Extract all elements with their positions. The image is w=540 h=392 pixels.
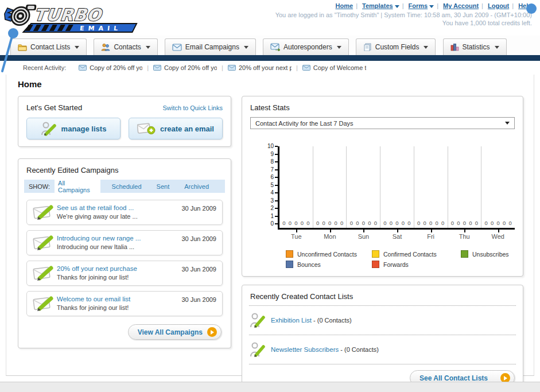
- filter-archived[interactable]: Archived: [181, 182, 212, 191]
- separator: |: [296, 64, 298, 71]
- legend-swatch: [372, 261, 379, 268]
- contact-list-row[interactable]: Exhibition List - (0 Contacts): [250, 311, 515, 330]
- tab-label: Autoresponders: [283, 43, 332, 51]
- top-nav: Home| Templates| Forms| My Account| Logo…: [275, 2, 532, 9]
- help-annotation-dot: [526, 3, 537, 14]
- switch-quick-links[interactable]: Switch to Quick Links: [162, 104, 223, 111]
- forms-dropdown-caret-icon[interactable]: [429, 5, 434, 8]
- tab-statistics[interactable]: Statistics: [443, 38, 507, 55]
- envelope-icon: [172, 44, 182, 51]
- person-pencil-icon: [250, 312, 265, 328]
- filter-all-campaigns[interactable]: All Campaigns: [55, 178, 100, 195]
- envelope-pencil-icon: [33, 294, 57, 313]
- recent-activity-item[interactable]: Copy of 20% off yo: [153, 64, 217, 71]
- contact-list-name-link[interactable]: Exhibition List: [271, 317, 312, 324]
- folder-icon: [18, 43, 27, 51]
- nav-separator: |: [437, 2, 438, 9]
- campaign-title-link[interactable]: Introducing our new range ...: [57, 234, 181, 243]
- create-email-button[interactable]: create an email: [129, 118, 223, 139]
- stats-report-dropdown[interactable]: Contact Activity for the Last 7 Days: [250, 117, 515, 129]
- left-column: Let's Get Started Switch to Quick Links …: [18, 96, 231, 348]
- tab-email-campaigns[interactable]: Email Campaigns: [165, 38, 256, 55]
- logo-text-email: EMAIL: [80, 25, 122, 32]
- nav-my-account-link[interactable]: My Account: [443, 2, 479, 9]
- tab-contact-lists[interactable]: Contact Lists: [10, 38, 87, 55]
- chart-day-group: 00000: [380, 146, 414, 228]
- nav-separator: |: [402, 2, 404, 9]
- chart-x-label: Sat: [380, 230, 414, 240]
- legend-item: Forwards: [372, 261, 461, 268]
- show-label: SHOW:: [29, 183, 50, 190]
- main-nav-tabbar: Contact Lists Contacts Email Campaigns: [0, 36, 540, 55]
- tab-autoresponders[interactable]: Autoresponders: [263, 38, 349, 55]
- campaign-row[interactable]: Introducing our new range ... Introducin…: [26, 230, 223, 255]
- legend-swatch: [461, 250, 468, 258]
- dotted-divider: [249, 335, 516, 335]
- main-content: Home Let's Get Started Switch to Quick L…: [6, 75, 534, 376]
- chart-day-group: 00000: [448, 146, 482, 228]
- separator: |: [147, 64, 149, 71]
- campaign-title-link[interactable]: 20% off your next purchase: [57, 265, 181, 273]
- login-info-text: You are logged in as "Timothy Smith" | S…: [275, 11, 532, 18]
- dotted-divider: [249, 305, 516, 306]
- campaign-row[interactable]: Welcome to our email list Thanks for joi…: [26, 291, 223, 316]
- envelope-icon: [79, 65, 87, 71]
- chart-x-label: Mon: [313, 230, 347, 240]
- legend-item: Bounces: [286, 261, 372, 268]
- contact-list-row[interactable]: Newsletter Subscribers - (0 Contacts): [250, 340, 515, 359]
- view-all-campaigns-button[interactable]: View All Campaigns: [128, 324, 222, 340]
- tab-custom-fields[interactable]: Custom Fields: [356, 38, 436, 55]
- envelope-icon: [153, 65, 161, 71]
- dotted-divider: [249, 364, 516, 364]
- campaign-date: 30 Jun 2009: [181, 296, 216, 303]
- turbo-email-app: TURBO EMAIL Home|: [0, 0, 540, 392]
- recent-activity-item[interactable]: 20% off your next p: [228, 64, 292, 71]
- logo-graphic: TURBO EMAIL: [3, 2, 141, 33]
- tab-label: Custom Fields: [375, 43, 419, 51]
- contact-list-name-link[interactable]: Newsletter Subscribers: [271, 346, 339, 353]
- campaign-row[interactable]: 20% off your next purchase Thanks for jo…: [26, 261, 223, 286]
- campaign-date: 30 Jun 2009: [181, 266, 216, 273]
- chart-x-label: Wed: [481, 230, 515, 240]
- legend-item: Unsubscribes: [461, 250, 515, 258]
- contact-list-count: - (0 Contacts): [339, 346, 379, 353]
- legend-swatch: [372, 250, 379, 258]
- campaign-row[interactable]: See us at the retail food ... We're givi…: [26, 200, 223, 225]
- envelope-pencil-icon: [33, 234, 57, 252]
- envelope-arrow-icon: [270, 43, 280, 51]
- templates-dropdown-caret-icon[interactable]: [395, 5, 399, 8]
- chevron-down-icon: [495, 46, 499, 49]
- nav-logout-link[interactable]: Logout: [488, 2, 509, 9]
- person-pencil-icon: [250, 341, 265, 358]
- filter-scheduled[interactable]: Scheduled: [108, 182, 145, 191]
- campaign-title-link[interactable]: See us at the retail food ...: [57, 204, 181, 212]
- campaign-title-link[interactable]: Welcome to our email list: [57, 295, 181, 304]
- manage-lists-button[interactable]: manage lists: [26, 118, 121, 139]
- nav-templates-link[interactable]: Templates: [362, 2, 393, 9]
- arrow-right-icon: [207, 327, 217, 337]
- campaign-filter-bar: SHOW: All Campaigns Scheduled Sent Archi…: [24, 180, 225, 193]
- recent-activity-item[interactable]: Copy of 20% off yo: [79, 64, 142, 71]
- filter-sent[interactable]: Sent: [153, 182, 173, 191]
- credits-info-text: You have 1,000 total credits left.: [275, 20, 532, 26]
- tab-contacts[interactable]: Contacts: [94, 38, 157, 55]
- recent-activity-item[interactable]: Copy of Welcome to: [302, 64, 366, 71]
- nav-forms-link[interactable]: Forms: [409, 2, 428, 9]
- view-all-campaigns-label: View All Campaigns: [138, 328, 203, 336]
- nav-home-link[interactable]: Home: [336, 2, 353, 9]
- bar-chart-icon: [450, 43, 459, 51]
- chevron-down-icon: [505, 122, 510, 125]
- stats-dropdown-value: Contact Activity for the Last 7 Days: [255, 120, 353, 127]
- campaign-subtitle: Thanks for joining our list!: [57, 273, 181, 282]
- footer-bar: [0, 382, 540, 392]
- chart-day-group: 00000: [347, 146, 380, 228]
- campaign-subtitle: We're giving away our late ...: [57, 212, 181, 221]
- latest-stats-panel: Latest Stats Contact Activity for the La…: [242, 96, 523, 277]
- envelope-pencil-icon: [33, 203, 57, 222]
- chart-x-axis: TueMonSunSatFriThuWed: [279, 230, 515, 240]
- nav-separator: |: [512, 2, 514, 9]
- pages-icon: [363, 43, 372, 51]
- chevron-down-icon: [146, 46, 150, 49]
- contact-list-count: - (0 Contacts): [312, 317, 352, 324]
- tab-label: Statistics: [463, 43, 490, 51]
